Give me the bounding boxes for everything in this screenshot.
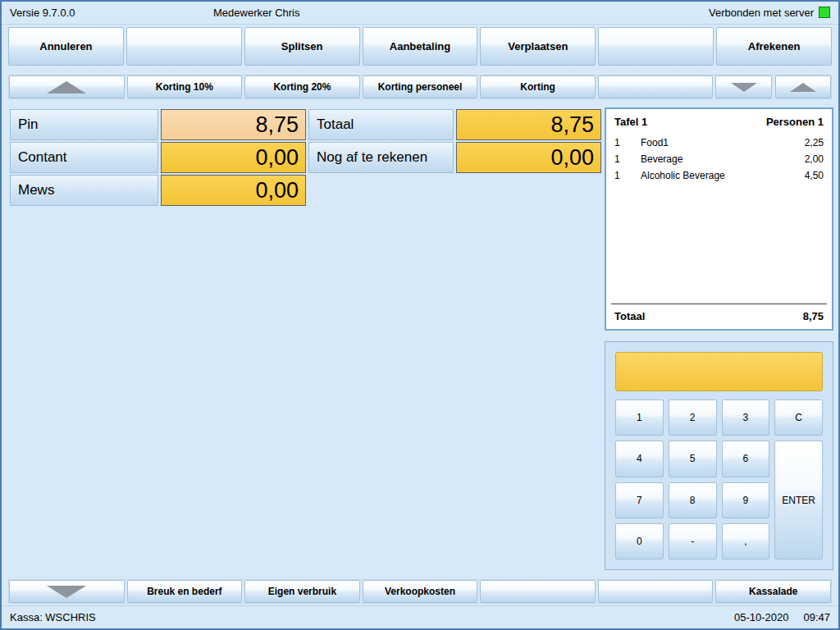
verkoopkosten-button[interactable]: Verkoopkosten bbox=[363, 580, 478, 603]
splitsen-button[interactable]: Splitsen bbox=[244, 27, 360, 66]
numpad-grid: 1 2 3 C 4 5 6 ENTER 7 8 9 0 - , bbox=[615, 399, 823, 559]
item-price: 2,00 bbox=[805, 153, 824, 165]
item-price: 4,50 bbox=[805, 170, 824, 181]
bottom-status-bar: Kassa: WSCHRIS 05-10-2020 09:47 bbox=[2, 605, 838, 628]
aanbetaling-button[interactable]: Aanbetaling bbox=[363, 27, 478, 66]
item-name: Food1 bbox=[641, 137, 805, 148]
order-item[interactable]: 1 Beverage 2,00 bbox=[606, 151, 832, 167]
down-arrow-icon bbox=[47, 586, 86, 598]
numpad-key-enter[interactable]: ENTER bbox=[774, 441, 823, 559]
up-arrow-icon bbox=[47, 81, 86, 94]
totaal-label: Totaal bbox=[308, 109, 454, 140]
order-item[interactable]: 1 Alcoholic Beverage 4,50 bbox=[606, 167, 832, 184]
payment-method-contant[interactable]: Contant bbox=[10, 142, 158, 173]
time-label: 09:47 bbox=[803, 611, 830, 623]
date-label: 05-10-2020 bbox=[734, 611, 789, 623]
order-total-value: 8,75 bbox=[803, 310, 824, 322]
numpad-key-minus[interactable]: - bbox=[669, 523, 717, 559]
numpad-key-9[interactable]: 9 bbox=[722, 482, 770, 518]
blank-action-button-1[interactable] bbox=[126, 27, 242, 66]
nog-af-te-rekenen-label: Nog af te rekenen bbox=[308, 142, 454, 173]
order-panel: Tafel 1 Personen 1 1 Food1 2,25 1 Bevera… bbox=[605, 107, 833, 331]
datetime: 05-10-2020 09:47 bbox=[734, 611, 830, 623]
bottom-button-row: Breuk en bederf Eigen verbruik Verkoopko… bbox=[8, 579, 832, 604]
blank-bottom-button-2[interactable] bbox=[598, 580, 714, 603]
korting-personeel-button[interactable]: Korting personeel bbox=[363, 75, 478, 98]
item-qty: 1 bbox=[614, 137, 641, 148]
item-qty: 1 bbox=[614, 170, 641, 181]
contant-amount-field: 0,00 bbox=[161, 142, 306, 173]
up-arrow-icon bbox=[790, 83, 816, 92]
korting-10-button[interactable]: Korting 10% bbox=[127, 75, 243, 98]
korting-20-button[interactable]: Korting 20% bbox=[244, 75, 360, 98]
pin-amount-field[interactable]: 8,75 bbox=[161, 109, 306, 140]
blank-discount-button[interactable] bbox=[598, 75, 714, 98]
page-down-button[interactable] bbox=[715, 75, 771, 98]
annuleren-button[interactable]: Annuleren bbox=[8, 27, 124, 66]
scroll-down-button[interactable] bbox=[9, 580, 125, 603]
server-status-indicator-icon bbox=[819, 7, 830, 18]
pos-window: Versie 9.7.0.0 Medewerker Chris Verbonde… bbox=[0, 0, 840, 630]
kassa-label: Kassa: WSCHRIS bbox=[10, 611, 96, 623]
numpad-key-7[interactable]: 7 bbox=[615, 482, 664, 518]
eigen-verbruik-button[interactable]: Eigen verbruik bbox=[244, 580, 360, 603]
version-label: Versie 9.7.0.0 bbox=[10, 7, 75, 19]
numpad-key-2[interactable]: 2 bbox=[669, 399, 717, 436]
numpad-key-comma[interactable]: , bbox=[722, 523, 770, 559]
payment-method-pin[interactable]: Pin bbox=[10, 109, 158, 140]
order-item[interactable]: 1 Food1 2,25 bbox=[606, 135, 832, 151]
order-header: Tafel 1 Personen 1 bbox=[606, 109, 832, 135]
numpad-key-5[interactable]: 5 bbox=[669, 441, 717, 477]
totaal-value: 8,75 bbox=[456, 109, 601, 140]
blank-action-button-2[interactable] bbox=[598, 27, 714, 66]
numpad-key-0[interactable]: 0 bbox=[615, 523, 664, 559]
table-label: Tafel 1 bbox=[614, 116, 647, 128]
numpad-key-1[interactable]: 1 bbox=[615, 399, 664, 436]
numpad-panel: 1 2 3 C 4 5 6 ENTER 7 8 9 0 - , bbox=[605, 341, 833, 570]
kassalade-button[interactable]: Kassalade bbox=[715, 580, 831, 603]
item-qty: 1 bbox=[614, 153, 641, 165]
numpad-key-6[interactable]: 6 bbox=[722, 441, 770, 477]
mews-amount-field: 0,00 bbox=[161, 175, 306, 206]
page-up-button[interactable] bbox=[775, 75, 831, 98]
afrekenen-button[interactable]: Afrekenen bbox=[716, 27, 832, 66]
numpad-key-4[interactable]: 4 bbox=[615, 441, 664, 477]
numpad-key-3[interactable]: 3 bbox=[722, 399, 770, 436]
blank-bottom-button-1[interactable] bbox=[480, 580, 596, 603]
numpad-key-clear[interactable]: C bbox=[774, 399, 823, 436]
numpad-key-8[interactable]: 8 bbox=[669, 482, 717, 518]
verplaatsen-button[interactable]: Verplaatsen bbox=[480, 27, 596, 66]
discount-button-row: Korting 10% Korting 20% Korting personee… bbox=[8, 75, 832, 99]
employee-label: Medewerker Chris bbox=[213, 7, 299, 19]
scroll-up-button[interactable] bbox=[9, 75, 125, 98]
top-status-bar: Versie 9.7.0.0 Medewerker Chris Verbonde… bbox=[2, 2, 838, 25]
numpad-display[interactable] bbox=[615, 352, 823, 391]
item-name: Alcoholic Beverage bbox=[641, 170, 805, 181]
breuk-en-bederf-button[interactable]: Breuk en bederf bbox=[127, 580, 243, 603]
payment-method-mews[interactable]: Mews bbox=[10, 175, 158, 206]
action-button-row: Annuleren Splitsen Aanbetaling Verplaats… bbox=[8, 27, 832, 66]
persons-label: Personen 1 bbox=[766, 116, 824, 128]
down-arrow-icon bbox=[731, 83, 757, 92]
item-name: Beverage bbox=[641, 153, 805, 165]
payment-grid: Pin 8,75 Totaal 8,75 Contant 0,00 Nog af… bbox=[10, 109, 601, 206]
order-total-row: Totaal 8,75 bbox=[611, 304, 827, 324]
item-price: 2,25 bbox=[805, 137, 824, 148]
server-status-label: Verbonden met server bbox=[709, 7, 814, 19]
korting-button[interactable]: Korting bbox=[480, 75, 596, 98]
order-total-label: Totaal bbox=[614, 310, 645, 322]
nog-af-te-rekenen-value: 0,00 bbox=[456, 142, 601, 173]
